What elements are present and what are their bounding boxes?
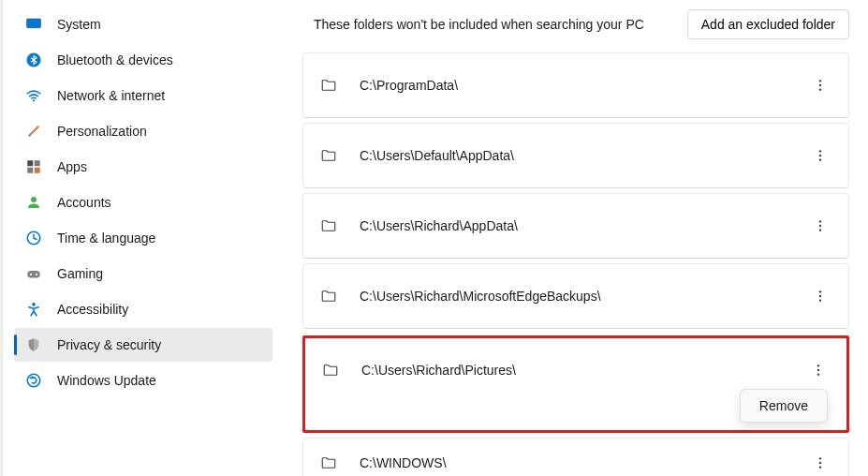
wifi-icon [25,87,42,104]
header-description: These folders won't be included when sea… [314,17,644,32]
folder-path: C:\Users\Default\AppData\ [360,148,787,163]
excluded-folder-row[interactable]: C:\Users\Default\AppData\ [302,123,849,188]
svg-point-26 [819,299,821,301]
folder-path: C:\Users\Richard\Pictures\ [361,363,785,378]
more-options-button[interactable] [809,215,831,237]
svg-point-27 [817,364,819,366]
main-content: These folders won't be included when sea… [284,0,868,476]
sidebar-item-personalization[interactable]: Personalization [14,114,272,148]
svg-point-17 [819,88,821,90]
svg-point-19 [819,155,821,156]
folder-icon [320,454,337,471]
remove-popup[interactable]: Remove [740,389,828,423]
sidebar-item-label: Bluetooth & devices [57,52,173,67]
more-options-button[interactable] [809,452,831,474]
sidebar-item-label: Accessibility [57,302,128,317]
svg-rect-4 [27,160,33,166]
sidebar-item-label: Gaming [57,266,103,281]
svg-point-23 [819,229,821,231]
svg-rect-10 [27,271,40,278]
folder-icon [322,362,339,379]
more-options-button[interactable] [807,359,830,381]
sidebar-item-accounts[interactable]: Accounts [14,186,272,219]
sidebar: System Bluetooth & devices Network & int… [3,0,284,476]
svg-point-24 [819,290,821,292]
svg-rect-0 [27,19,41,28]
sidebar-item-network[interactable]: Network & internet [14,79,272,112]
svg-point-25 [819,295,821,297]
sidebar-item-privacy[interactable]: Privacy & security [14,328,272,362]
svg-point-12 [36,274,37,275]
accessibility-icon [25,301,42,318]
person-icon [25,194,42,211]
sidebar-item-label: Privacy & security [57,337,161,352]
svg-point-16 [819,84,821,86]
sidebar-item-time[interactable]: Time & language [14,221,272,255]
svg-point-28 [817,369,819,371]
svg-point-11 [30,274,32,275]
more-vertical-icon [813,78,828,93]
more-options-button[interactable] [809,74,831,97]
sidebar-item-label: System [57,17,101,32]
svg-point-14 [27,374,40,387]
svg-point-31 [819,462,821,464]
svg-point-3 [33,99,35,101]
update-icon [25,372,42,389]
sidebar-item-update[interactable]: Windows Update [14,364,272,397]
folder-icon [320,147,337,164]
sidebar-item-gaming[interactable]: Gaming [14,257,272,290]
excluded-folder-row[interactable]: C:\ProgramData\ [302,52,849,118]
apps-icon [25,158,42,175]
svg-point-18 [819,150,821,152]
gamepad-icon [25,265,42,282]
more-vertical-icon [813,218,828,233]
sidebar-item-label: Network & internet [57,88,165,103]
svg-point-8 [31,197,37,202]
folder-icon [320,288,337,305]
sidebar-item-label: Time & language [57,231,155,245]
sidebar-item-apps[interactable]: Apps [14,150,272,184]
bluetooth-icon [25,52,42,68]
more-vertical-icon [811,363,826,378]
svg-point-22 [819,225,821,227]
svg-point-29 [817,373,819,375]
folder-path: C:\WINDOWS\ [360,455,787,470]
shield-icon [25,336,42,353]
sidebar-item-accessibility[interactable]: Accessibility [14,292,272,326]
more-vertical-icon [813,148,828,163]
more-vertical-icon [813,289,828,304]
folder-path: C:\Users\Richard\AppData\ [360,218,787,233]
folder-icon [320,77,337,94]
sidebar-item-system[interactable]: System [14,7,272,41]
folder-path: C:\Users\Richard\MicrosoftEdgeBackups\ [360,289,787,304]
svg-point-15 [819,80,821,82]
excluded-folder-row[interactable]: C:\Users\Richard\MicrosoftEdgeBackups\ [302,263,849,329]
excluded-folder-row[interactable]: C:\WINDOWS\ [302,438,849,476]
svg-point-21 [819,220,821,222]
more-options-button[interactable] [809,285,831,307]
sidebar-item-label: Windows Update [57,373,156,388]
sidebar-item-label: Personalization [57,124,147,139]
header-row: These folders won't be included when sea… [302,6,849,52]
excluded-folder-row-highlighted[interactable]: C:\Users\Richard\Pictures\ Remove [302,335,849,433]
svg-point-32 [819,466,821,468]
sidebar-item-label: Accounts [57,195,111,210]
excluded-folder-list: C:\ProgramData\ C:\Users\Default\AppData… [302,52,849,476]
svg-point-30 [819,457,821,459]
svg-point-20 [819,158,821,160]
sidebar-item-bluetooth[interactable]: Bluetooth & devices [14,43,272,77]
excluded-folder-row[interactable]: C:\Users\Richard\AppData\ [302,193,849,259]
svg-rect-6 [27,168,33,173]
monitor-icon [25,16,42,33]
add-excluded-folder-button[interactable]: Add an excluded folder [687,9,849,39]
folder-icon [320,217,337,234]
folder-path: C:\ProgramData\ [360,78,787,93]
sidebar-item-label: Apps [57,159,87,174]
more-options-button[interactable] [809,144,831,167]
svg-point-13 [32,303,36,306]
paintbrush-icon [25,123,42,140]
svg-rect-5 [35,160,40,166]
clock-globe-icon [25,230,42,246]
more-vertical-icon [813,455,828,470]
svg-rect-7 [35,168,40,173]
